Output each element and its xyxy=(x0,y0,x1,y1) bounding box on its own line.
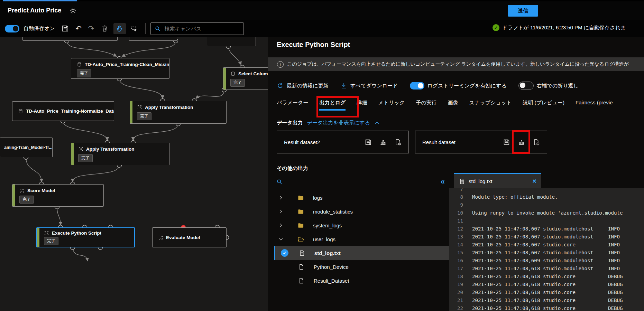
pipeline-canvas[interactable]: TD-Auto_Price_Training-Clean_Missing_...… xyxy=(0,37,268,311)
tree-item-python-device[interactable]: Python_Device xyxy=(274,260,449,274)
chevron-up-icon[interactable] xyxy=(374,120,380,126)
refresh-button[interactable]: 最新の情報に更新 xyxy=(277,82,329,89)
completed-strip xyxy=(12,185,15,206)
node-apply-transformation-1[interactable]: Apply Transformation 完了 xyxy=(130,101,227,124)
dataset-icon xyxy=(18,109,23,114)
node-partial-top-left[interactable] xyxy=(22,37,118,41)
pipeline-title: Predict Auto Price xyxy=(8,7,61,14)
log-lines: 7 8Module type: official module. 9 10Usi… xyxy=(449,188,644,311)
file-icon xyxy=(298,264,305,270)
status-badge: 完了 xyxy=(137,112,151,120)
node-evaluate-model[interactable]: Evaluate Model xyxy=(152,227,227,247)
delete-icon[interactable] xyxy=(101,25,109,32)
output-card-result-dataset2: Result dataset2 xyxy=(277,131,409,153)
toggle-on-icon xyxy=(410,82,424,89)
tab-explanation[interactable]: 説明 (プレビュー) xyxy=(523,100,564,111)
node-label: Apply Transformation xyxy=(145,105,193,110)
log-tab-label: std_log.txt xyxy=(469,178,532,184)
autosave-status-text: ドラフトが 11/6/2021, 6:23:50 PM に自動保存されま xyxy=(502,25,626,31)
hand-icon xyxy=(116,25,123,32)
folder-open-icon xyxy=(297,236,304,243)
log-streaming-toggle[interactable]: ログストリーミングを有効にする xyxy=(410,82,507,89)
select-tool-button[interactable] xyxy=(128,23,140,34)
selected-indicator xyxy=(274,246,275,260)
tab-child-runs[interactable]: 子の実行 xyxy=(416,100,436,111)
doc-icon xyxy=(299,250,305,256)
download-all-button[interactable]: すべてダウンロード xyxy=(340,82,398,89)
settings-gear-icon[interactable] xyxy=(69,7,77,15)
output-port-name: Result dataset xyxy=(422,139,503,145)
chevron-down-icon xyxy=(278,236,284,242)
node-clean-missing-data[interactable]: TD-Auto_Price_Training-Clean_Missing_...… xyxy=(71,58,169,79)
status-badge: 完了 xyxy=(19,196,34,204)
collapse-tree-icon[interactable]: « xyxy=(441,177,445,186)
output-search-input[interactable] xyxy=(286,178,437,185)
download-icon xyxy=(340,82,347,89)
node-label: aining-Train_Model-Tr... xyxy=(4,145,53,150)
submit-button[interactable]: 送信 xyxy=(508,5,538,17)
log-viewer[interactable]: 7 8Module type: official module. 9 10Usi… xyxy=(449,188,644,311)
module-icon xyxy=(137,105,142,110)
completed-strip xyxy=(130,101,132,123)
node-label: TD-Auto_Price_Training-Normalize_Data... xyxy=(26,109,114,114)
info-icon: i xyxy=(277,61,284,68)
tree-item-result-dataset[interactable]: Result_Dataset xyxy=(274,274,449,288)
node-train-model-partial[interactable]: aining-Train_Model-Tr... xyxy=(0,138,53,157)
log-file-tab[interactable]: std_log.txt × xyxy=(454,173,541,188)
node-label: Evaluate Model xyxy=(166,235,200,240)
visualize-icon[interactable] xyxy=(518,139,525,146)
canvas-search-box[interactable] xyxy=(150,22,244,35)
folder-icon xyxy=(297,222,304,229)
autosave-toggle-label: 自動保存オン xyxy=(24,25,55,32)
chevron-right-icon xyxy=(278,223,284,228)
node-apply-transformation-2[interactable]: Apply Transformation 完了 xyxy=(71,143,169,165)
tab-images[interactable]: 画像 xyxy=(448,100,458,111)
node-select-columns[interactable]: Select Colum 完了 xyxy=(223,67,268,90)
tree-item-system-logs[interactable]: system_logs xyxy=(274,218,449,232)
visualize-icon[interactable] xyxy=(379,139,387,146)
register-dataset-icon[interactable] xyxy=(503,139,510,146)
output-search-box[interactable]: « xyxy=(274,175,449,189)
check-circle-icon: ✓ xyxy=(281,249,288,257)
python-module-icon xyxy=(44,230,49,236)
completed-strip xyxy=(223,68,226,89)
tree-item-module-statistics[interactable]: module_statistics xyxy=(274,205,449,218)
node-label: Select Colum xyxy=(238,71,268,76)
node-normalize-data[interactable]: TD-Auto_Price_Training-Normalize_Data... xyxy=(12,101,114,121)
export-data-icon[interactable] xyxy=(394,139,402,146)
status-badge: 完了 xyxy=(44,237,58,245)
tree-item-logs[interactable]: logs xyxy=(274,191,449,205)
pan-tool-button[interactable] xyxy=(113,23,126,34)
tab-fairness[interactable]: Fairness (previe xyxy=(576,100,613,111)
tab-metrics[interactable]: メトリック xyxy=(378,100,405,111)
select-cursor-icon xyxy=(130,25,138,32)
tab-parameters[interactable]: パラメーター xyxy=(277,100,308,111)
chevron-right-icon xyxy=(278,209,284,214)
export-data-icon[interactable] xyxy=(533,139,540,146)
module-icon xyxy=(78,147,83,152)
tab-details[interactable]: 詳細 xyxy=(357,100,367,111)
word-wrap-toggle[interactable]: 右端での折り返し xyxy=(518,82,579,90)
close-icon[interactable]: × xyxy=(532,177,536,185)
tree-item-user-logs[interactable]: user_logs xyxy=(274,232,449,246)
toolbar-divider xyxy=(145,23,146,34)
dataset-icon xyxy=(230,71,236,76)
save-icon[interactable] xyxy=(61,25,69,32)
output-port-name: Result dataset2 xyxy=(284,139,365,145)
canvas-search-input[interactable] xyxy=(164,25,238,32)
autosave-toggle[interactable] xyxy=(5,25,19,32)
undo-icon[interactable]: ↶ xyxy=(75,24,82,33)
hide-data-output-link[interactable]: データ出力を非表示にする xyxy=(307,120,370,126)
info-banner: i このジョブは、パフォーマンスを向上させるために新しいコンピューティング ラン… xyxy=(268,57,644,71)
node-partial-top-mid[interactable] xyxy=(129,37,177,41)
tree-item-std-log[interactable]: ✓ std_log.txt xyxy=(274,246,449,260)
tab-outputs-logs[interactable]: 出力とログ xyxy=(319,100,346,111)
node-score-model[interactable]: Score Model 完了 xyxy=(12,184,104,207)
tab-snapshot[interactable]: スナップショット xyxy=(469,100,512,111)
refresh-icon xyxy=(277,82,284,89)
redo-icon[interactable]: ↷ xyxy=(88,24,94,33)
register-dataset-icon[interactable] xyxy=(365,139,372,146)
node-execute-python-script[interactable]: Execute Python Script 完了 xyxy=(36,227,135,247)
node-label: Execute Python Script xyxy=(52,230,101,236)
node-partial-top-right[interactable] xyxy=(207,37,256,46)
